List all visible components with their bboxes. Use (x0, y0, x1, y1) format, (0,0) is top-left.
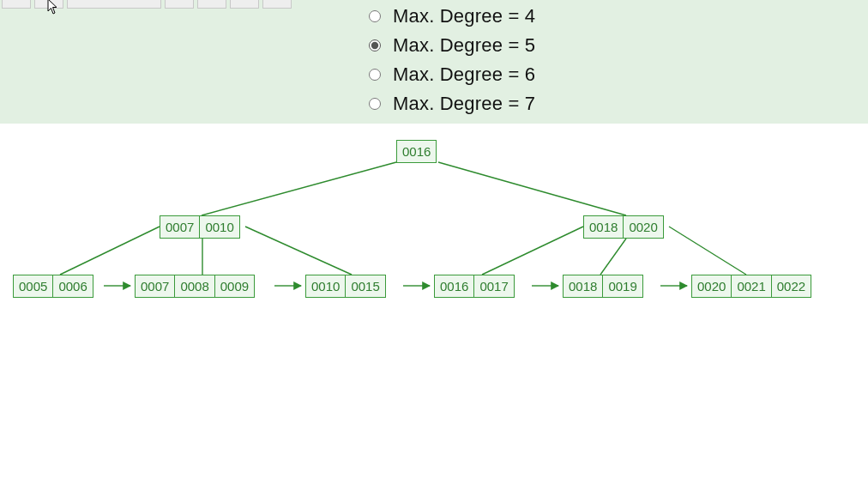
tree-node-leaf: 0007 0008 0009 (135, 275, 255, 298)
degree-radio-4[interactable] (369, 10, 381, 22)
node-key: 0010 (306, 275, 345, 297)
degree-option-7[interactable]: Max. Degree = 7 (369, 89, 535, 118)
node-key: 0015 (345, 275, 384, 297)
toolbar-button[interactable] (230, 0, 259, 9)
degree-label: Max. Degree = 5 (393, 34, 535, 57)
node-key: 0020 (623, 216, 662, 238)
control-panel: Max. Degree = 4 Max. Degree = 5 Max. Deg… (0, 0, 868, 124)
degree-options: Max. Degree = 4 Max. Degree = 5 Max. Deg… (369, 2, 535, 118)
degree-label: Max. Degree = 4 (393, 5, 535, 27)
degree-label: Max. Degree = 7 (393, 93, 535, 115)
svg-line-4 (245, 227, 352, 275)
svg-line-5 (482, 227, 583, 275)
tree-node-internal: 0018 0020 (583, 215, 664, 239)
node-key: 0019 (602, 275, 642, 297)
tree-node-leaf: 0018 0019 (563, 275, 643, 298)
node-key: 0021 (731, 275, 770, 297)
node-key: 0009 (214, 275, 254, 297)
svg-line-1 (438, 162, 626, 215)
toolbar-button[interactable] (262, 0, 292, 9)
node-key: 0018 (564, 275, 602, 297)
tree-edges (0, 124, 868, 484)
degree-option-5[interactable]: Max. Degree = 5 (369, 31, 535, 60)
node-key: 0008 (174, 275, 214, 297)
toolbar-button[interactable] (165, 0, 194, 9)
node-key: 0017 (473, 275, 513, 297)
node-key: 0007 (136, 275, 174, 297)
degree-label: Max. Degree = 6 (393, 64, 535, 86)
toolbar-button[interactable] (197, 0, 226, 9)
tree-node-internal: 0007 0010 (160, 215, 240, 239)
tree-canvas: 0016 0007 0010 0018 0020 0005 0006 0007 … (0, 124, 868, 484)
tree-node-root: 0016 (396, 140, 437, 163)
node-key: 0005 (14, 275, 52, 297)
toolbar-button[interactable] (34, 0, 63, 9)
toolbar-button[interactable] (2, 0, 31, 9)
node-key: 0020 (692, 275, 731, 297)
tree-node-leaf: 0005 0006 (13, 275, 93, 298)
node-key: 0022 (771, 275, 811, 297)
node-key: 0010 (199, 216, 238, 238)
degree-radio-5[interactable] (369, 39, 381, 51)
toolbar (0, 0, 293, 9)
node-key: 0006 (52, 275, 92, 297)
node-key: 0007 (160, 216, 199, 238)
toolbar-input[interactable] (67, 0, 161, 9)
degree-option-4[interactable]: Max. Degree = 4 (369, 2, 535, 31)
svg-line-2 (60, 227, 160, 275)
degree-radio-7[interactable] (369, 98, 381, 110)
node-key: 0018 (584, 216, 623, 238)
svg-line-6 (600, 239, 626, 275)
tree-node-leaf: 0020 0021 0022 (691, 275, 811, 298)
degree-radio-6[interactable] (369, 69, 381, 81)
tree-node-leaf: 0016 0017 (434, 275, 515, 298)
tree-node-leaf: 0010 0015 (305, 275, 386, 298)
svg-line-7 (669, 227, 746, 275)
node-key: 0016 (435, 275, 473, 297)
degree-option-6[interactable]: Max. Degree = 6 (369, 60, 535, 89)
node-key: 0016 (397, 141, 436, 162)
svg-line-0 (202, 162, 396, 215)
